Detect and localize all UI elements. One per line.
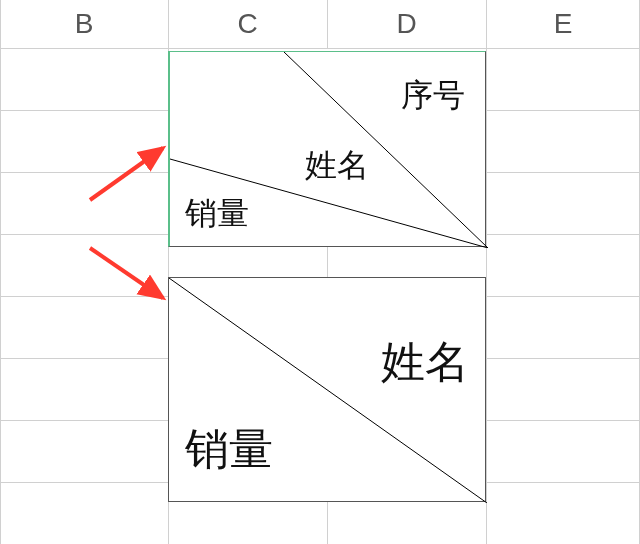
col-divider	[327, 502, 328, 544]
row-divider	[0, 358, 168, 359]
svg-line-4	[90, 248, 163, 298]
diagonal-label-seq: 序号	[401, 74, 465, 118]
diagonal-label-sales: 销量	[185, 420, 273, 479]
row-divider	[0, 482, 168, 483]
column-header-e[interactable]: E	[486, 0, 640, 48]
row-divider	[486, 172, 640, 173]
row-divider	[486, 482, 640, 483]
column-header-b[interactable]: B	[0, 0, 168, 48]
column-header-c[interactable]: C	[168, 0, 327, 48]
diagonal-label-name: 姓名	[305, 144, 369, 188]
diagonal-header-cell-three[interactable]: 序号 姓名 销量	[168, 51, 486, 247]
col-divider	[327, 247, 328, 277]
row-divider	[0, 420, 168, 421]
row-divider	[0, 234, 168, 235]
spreadsheet-grid[interactable]: B C D E 序号 姓名 销量 姓名 销量	[0, 0, 640, 544]
arrow-icon	[85, 140, 175, 210]
row-divider	[0, 110, 168, 111]
svg-line-3	[90, 148, 163, 200]
column-header-d[interactable]: D	[327, 0, 486, 48]
col-divider	[0, 0, 1, 544]
arrow-icon	[85, 240, 175, 310]
row-divider	[486, 358, 640, 359]
diagonal-label-name: 姓名	[381, 333, 469, 392]
row-divider	[0, 48, 640, 49]
diagonal-header-cell-two[interactable]: 姓名 销量	[168, 277, 486, 502]
row-divider	[486, 110, 640, 111]
diagonal-label-sales: 销量	[185, 192, 249, 236]
row-divider	[486, 296, 640, 297]
row-divider	[486, 420, 640, 421]
row-divider	[486, 234, 640, 235]
